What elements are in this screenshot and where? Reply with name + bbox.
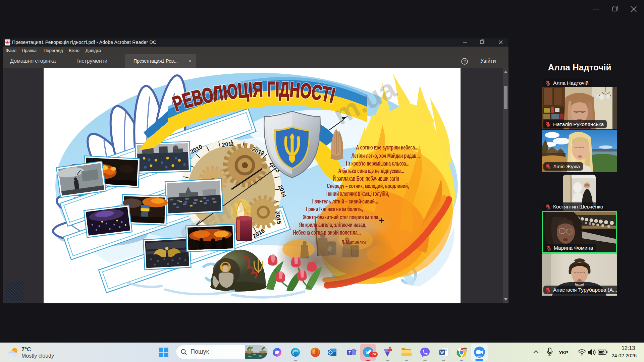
svg-text:І рани їхні вже не їм болять,: І рани їхні вже не їм болять, [306, 205, 363, 212]
svg-text:T: T [348, 351, 351, 355]
svg-text:Жовто-блакитний стяг покрив їм: Жовто-блакитний стяг покрив їм тіла, [303, 214, 379, 220]
svg-text:zoom: zoom [477, 355, 482, 357]
svg-text:Небесна сотня в вирій полетіла: Небесна сотня в вирій полетіла... [293, 229, 361, 236]
svg-text:І юний хлопчик в касці голубій: І юний хлопчик в касці голубій, [326, 190, 389, 197]
svg-text:Як крила ангела, злітаючи наза: Як крила ангела, злітаючи назад, [299, 221, 366, 228]
svg-text:Й заплакав Бог, побачивши загі: Й заплакав Бог, побачивши загін – [333, 175, 402, 182]
svg-text:?: ? [464, 59, 466, 64]
svg-text:2011: 2011 [222, 140, 235, 148]
svg-text:Л. Максимлюк: Л. Максимлюк [341, 240, 367, 246]
svg-text:І вчитель літній – сивий-сивий: І вчитель літній – сивий-сивий... [312, 198, 378, 204]
svg-text:Спереду – сотник, молодий, вро: Спереду – сотник, молодий, вродливий, [327, 182, 409, 189]
svg-text:Летіли легко, хоч Майдан ридав: Летіли легко, хоч Майдан ридав... [352, 152, 420, 159]
svg-text:А батько сина ще не відпускав.: А батько сина ще не відпускав... [338, 167, 404, 174]
svg-text:І з кровʼю перемішана сльоза..: І з кровʼю перемішана сльоза... [346, 160, 409, 167]
svg-text:W: W [440, 351, 444, 355]
svg-text:А сотню вже зустріли небеса...: А сотню вже зустріли небеса... [356, 144, 418, 150]
